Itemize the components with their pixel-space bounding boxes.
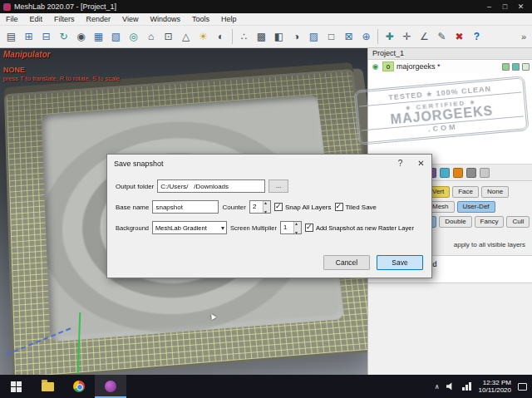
spinner-arrows-icon[interactable] (293, 222, 301, 233)
help-icon[interactable]: ? (468, 28, 485, 46)
flat-render-icon[interactable]: ◧ (270, 28, 288, 46)
background-select-value: MeshLab Gradient (155, 224, 221, 232)
shading-face-button[interactable]: Face (452, 186, 479, 198)
checkbox-checked-icon (274, 203, 283, 211)
wireframe-render-icon[interactable]: ▩ (253, 28, 270, 46)
cancel-button[interactable]: Cancel (323, 255, 370, 270)
snapshot-camera-icon[interactable]: ◉ (72, 28, 90, 46)
layer-index: 0 (382, 61, 394, 71)
menu-file[interactable]: File (0, 13, 24, 26)
texture-render-icon[interactable]: ▨ (305, 28, 323, 46)
snap-all-layers-checkbox[interactable]: Snap All Layers (274, 203, 332, 211)
layer-name[interactable]: majorgeeks * (397, 62, 500, 71)
dialog-help-button[interactable]: ? (390, 155, 411, 172)
tray-date: 10/11/2020 (479, 386, 511, 394)
menu-edit[interactable]: Edit (24, 13, 49, 26)
tiled-save-checkbox[interactable]: Tiled Save (335, 203, 377, 211)
tray-time: 12:32 PM (479, 379, 511, 386)
shading-none-button[interactable]: None (481, 186, 509, 198)
tray-clock[interactable]: 12:32 PM 10/11/2020 (479, 379, 511, 394)
tab-misc-icon[interactable] (466, 168, 476, 178)
menu-windows[interactable]: Windows (144, 13, 186, 26)
file-explorer-button[interactable] (32, 375, 63, 398)
manipulator-icon[interactable]: ✚ (381, 28, 398, 46)
meshlab-taskbar-icon (105, 381, 116, 392)
menu-tools[interactable]: Tools (186, 13, 215, 26)
select-vertex-icon[interactable]: ⊕ (357, 28, 375, 46)
tab-selection-icon[interactable] (453, 168, 463, 178)
pick-point-icon[interactable]: ✛ (398, 28, 416, 46)
zoom-fit-icon[interactable]: ⊡ (160, 28, 177, 46)
raster-dialog-icon[interactable]: ▧ (107, 28, 125, 46)
screen-multiplier-spinner[interactable]: 1 (280, 221, 302, 234)
base-name-label: Base name (116, 204, 149, 211)
light-icon[interactable]: ☀ (195, 28, 212, 46)
add-raster-layer-checkbox[interactable]: Add Snapshot as new Raster Layer (305, 224, 414, 232)
menu-render[interactable]: Render (81, 13, 117, 26)
title-bar[interactable]: MeshLab 2020.07 - [Project_1] – □ ✕ (0, 0, 532, 13)
maximize-button[interactable]: □ (497, 0, 513, 13)
chrome-button[interactable] (63, 375, 95, 398)
output-folder-input[interactable] (157, 179, 265, 193)
manipulator-mode: NONE (3, 66, 120, 74)
tiled-save-label: Tiled Save (346, 204, 377, 211)
toolbar-overflow-chevron[interactable]: » (518, 32, 530, 42)
spinner-arrows-icon[interactable] (263, 201, 270, 213)
screen-multiplier-value: 1 (281, 222, 293, 233)
dialog-title-bar[interactable]: Save snapshot ? ✕ (107, 155, 431, 172)
checkbox-checked-icon (305, 224, 313, 232)
lighting-fancy-button[interactable]: Fancy (475, 216, 505, 228)
close-button[interactable]: ✕ (513, 0, 529, 13)
perspective-icon[interactable]: △ (177, 28, 195, 46)
import-mesh-icon[interactable]: ⊞ (20, 28, 37, 46)
texture-badge-icon (502, 63, 510, 71)
checkbox-checked-icon (335, 203, 343, 211)
start-button[interactable] (0, 375, 32, 398)
notification-center-icon[interactable] (518, 383, 527, 391)
dialog-close-button[interactable]: ✕ (411, 155, 431, 172)
trackball-icon[interactable]: ◎ (125, 28, 142, 46)
background-select[interactable]: MeshLab Gradient (152, 221, 227, 234)
measure-icon[interactable]: ∠ (416, 28, 433, 46)
reload-icon[interactable]: ↻ (55, 28, 72, 46)
base-name-input[interactable] (152, 200, 219, 214)
output-folder-label: Output folder (116, 183, 154, 190)
save-button[interactable]: Save (377, 255, 423, 270)
delete-current-icon[interactable]: ✖ (451, 28, 468, 46)
tab-camera-icon[interactable] (440, 168, 450, 178)
layer-dialog-icon[interactable]: ▦ (90, 28, 107, 46)
tab-info-icon[interactable] (480, 168, 490, 178)
points-render-icon[interactable]: ∴ (235, 28, 253, 46)
zpaint-icon[interactable]: ✎ (433, 28, 451, 46)
network-icon[interactable] (462, 382, 472, 391)
open-project-icon[interactable]: ▤ (2, 28, 20, 46)
export-mesh-icon[interactable]: ⊟ (37, 28, 55, 46)
tray-chevron-icon[interactable]: ∧ (435, 383, 440, 391)
select-face-icon[interactable]: ⊠ (340, 28, 357, 46)
counter-label: Counter (222, 204, 245, 211)
toolbar-separator (377, 29, 378, 44)
bbox-render-icon[interactable]: □ (323, 28, 340, 46)
menu-help[interactable]: Help (215, 13, 243, 26)
color-userdef-button[interactable]: User-Def (457, 201, 495, 213)
meshlab-taskbar-button[interactable] (95, 375, 126, 398)
shadow-icon[interactable]: ◐ (212, 28, 229, 46)
layer-row[interactable]: ◉ 0 majorgeeks * (368, 60, 532, 73)
home-view-icon[interactable]: ⌂ (142, 28, 160, 46)
browse-button[interactable]: ... (268, 179, 288, 193)
minimize-button[interactable]: – (481, 0, 497, 13)
lighting-cull-button[interactable]: Cull (506, 216, 530, 228)
meshlab-app-icon (3, 3, 11, 11)
counter-spinner[interactable]: 2 (249, 200, 271, 214)
menu-view[interactable]: View (116, 13, 144, 26)
manipulator-title: Manipulator (3, 50, 120, 59)
lighting-double-button[interactable]: Double (439, 216, 471, 228)
speaker-icon[interactable] (446, 382, 456, 391)
smooth-render-icon[interactable]: ◑ (288, 28, 305, 46)
meshlab-window: MeshLab 2020.07 - [Project_1] – □ ✕ File… (0, 0, 532, 398)
menu-filters[interactable]: Filters (48, 13, 81, 26)
folder-icon (42, 382, 54, 391)
layer-visibility-eye-icon[interactable]: ◉ (371, 62, 380, 71)
dialog-title: Save snapshot (114, 160, 390, 168)
add-raster-layer-label: Add Snapshot as new Raster Layer (316, 224, 414, 232)
